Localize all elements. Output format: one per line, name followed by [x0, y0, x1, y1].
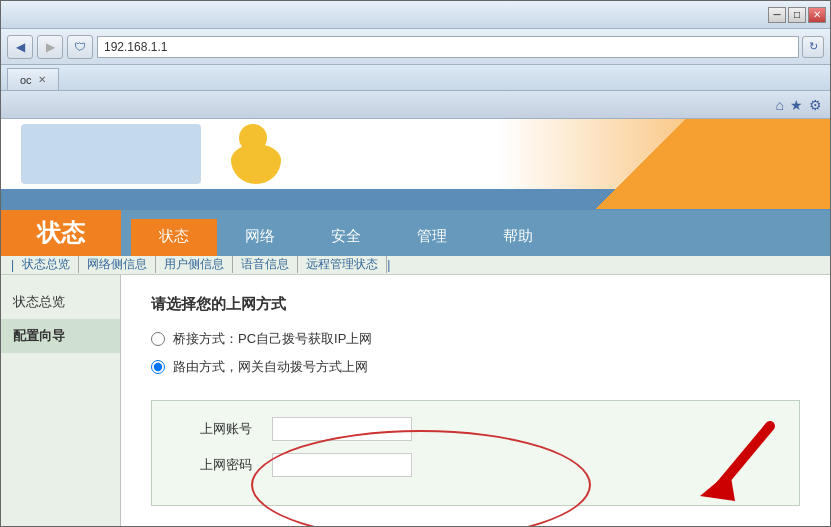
red-arrow [660, 406, 790, 506]
sub-nav: | 状态总览 网络侧信息 用户侧信息 语音信息 远程管理状态 | [1, 256, 830, 275]
nav-bar: ◀ ▶ 🛡 192.168.1.1 ↻ [1, 29, 830, 65]
router-duck [221, 119, 291, 189]
settings-icon[interactable]: ⚙ [809, 97, 822, 113]
account-label: 上网账号 [172, 420, 252, 438]
radio-option-router[interactable]: 路由方式，网关自动拨号方式上网 [151, 358, 800, 376]
forward-icon: ▶ [46, 40, 55, 54]
page-content: 请选择您的上网方式 桥接方式：PC自己拨号获取IP上网 路由方式，网关自动拨号方… [121, 275, 830, 526]
sub-nav-end-separator: | [387, 258, 390, 272]
radio-bridge[interactable] [151, 332, 165, 346]
radio-option-bridge[interactable]: 桥接方式：PC自己拨号获取IP上网 [151, 330, 800, 348]
svg-marker-1 [700, 471, 735, 501]
tab-help[interactable]: 帮助 [475, 219, 561, 256]
title-bar-buttons: ─ □ ✕ [768, 7, 826, 23]
password-label: 上网密码 [172, 456, 252, 474]
forward-button[interactable]: ▶ [37, 35, 63, 59]
radio-router[interactable] [151, 360, 165, 374]
shield-icon: 🛡 [74, 40, 86, 54]
tab-label: oc [20, 74, 32, 86]
refresh-icon: ↻ [809, 40, 818, 53]
page-title: 请选择您的上网方式 [151, 295, 800, 314]
restore-button[interactable]: □ [788, 7, 806, 23]
router-logo [21, 124, 201, 184]
sidebar-item-config[interactable]: 配置向导 [1, 319, 120, 353]
header-wave [530, 119, 830, 209]
side-label: 状态 [1, 210, 121, 256]
security-button[interactable]: 🛡 [67, 35, 93, 59]
content-area: 网关名称：G -C 状态 状态 网络 安全 管理 帮助 | 状态总览 网络侧信息… [1, 119, 830, 526]
tab-nav: 状态 网络 安全 管理 帮助 [121, 210, 830, 256]
tab-security[interactable]: 安全 [303, 219, 389, 256]
account-input[interactable] [272, 417, 412, 441]
tab-close-icon[interactable]: ✕ [38, 74, 46, 85]
refresh-button[interactable]: ↻ [802, 36, 824, 58]
close-button[interactable]: ✕ [808, 7, 826, 23]
sub-nav-overview[interactable]: 状态总览 [14, 256, 79, 273]
address-text: 192.168.1.1 [104, 40, 167, 54]
address-bar[interactable]: 192.168.1.1 [97, 36, 799, 58]
radio-bridge-label: 桥接方式：PC自己拨号获取IP上网 [173, 330, 372, 348]
address-bar-container: 192.168.1.1 ↻ [97, 36, 824, 58]
favorites-icon[interactable]: ★ [790, 97, 803, 113]
tab-status[interactable]: 状态 [131, 219, 217, 256]
browser-window: ─ □ ✕ ◀ ▶ 🛡 192.168.1.1 ↻ oc ✕ [0, 0, 831, 527]
password-input[interactable] [272, 453, 412, 477]
router-header [1, 119, 830, 189]
sub-nav-remote[interactable]: 远程管理状态 [298, 256, 387, 273]
sidebar-item-overview[interactable]: 状态总览 [1, 285, 120, 319]
duck-body [231, 144, 281, 184]
tab-management[interactable]: 管理 [389, 219, 475, 256]
minimize-button[interactable]: ─ [768, 7, 786, 23]
sidebar: 状态总览 配置向导 [1, 275, 121, 526]
back-button[interactable]: ◀ [7, 35, 33, 59]
sub-nav-voice[interactable]: 语音信息 [233, 256, 298, 273]
main-content: 状态总览 配置向导 请选择您的上网方式 桥接方式：PC自己拨号获取IP上网 路由… [1, 275, 830, 526]
home-icon[interactable]: ⌂ [776, 97, 784, 113]
sub-nav-network-side[interactable]: 网络侧信息 [79, 256, 156, 273]
main-tabs: 状态 状态 网络 安全 管理 帮助 [1, 210, 830, 256]
radio-group: 桥接方式：PC自己拨号获取IP上网 路由方式，网关自动拨号方式上网 [151, 330, 800, 376]
browser-tab[interactable]: oc ✕ [7, 68, 59, 90]
radio-router-label: 路由方式，网关自动拨号方式上网 [173, 358, 368, 376]
tab-bar: oc ✕ [1, 65, 830, 91]
tab-network[interactable]: 网络 [217, 219, 303, 256]
back-icon: ◀ [16, 40, 25, 54]
toolbar-bar: ⌂ ★ ⚙ [1, 91, 830, 119]
sub-nav-user-side[interactable]: 用户侧信息 [156, 256, 233, 273]
title-bar: ─ □ ✕ [1, 1, 830, 29]
